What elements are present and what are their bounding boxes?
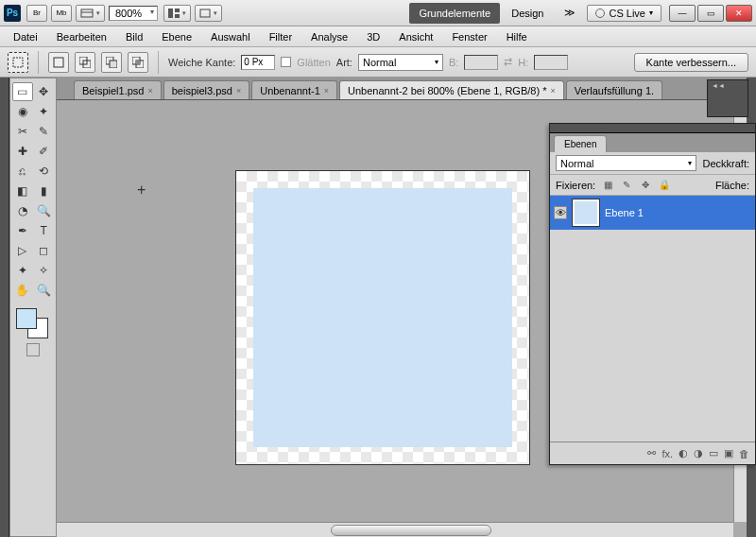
menu-filter[interactable]: Filter — [260, 28, 301, 45]
menu-bearbeiten[interactable]: Bearbeiten — [47, 28, 116, 45]
arrange-docs-dropdown[interactable] — [163, 5, 191, 22]
fill-label: Fläche: — [715, 180, 749, 191]
lock-transparency-icon[interactable]: ▦ — [601, 179, 614, 192]
selection-add-icon[interactable] — [75, 52, 95, 73]
height-input — [534, 55, 568, 70]
type-tool[interactable]: T — [34, 221, 55, 240]
3d-camera-tool[interactable]: ✧ — [34, 261, 55, 280]
layer-name[interactable]: Ebene 1 — [605, 207, 644, 218]
doc-tab-3[interactable]: Unbenannt-2 bei 800% (Ebene 1, RGB/8) *× — [339, 80, 564, 99]
close-icon[interactable]: × — [324, 86, 329, 95]
menu-3d[interactable]: 3D — [357, 28, 389, 45]
style-select[interactable]: Normal — [358, 54, 443, 71]
bridge-button[interactable]: Br — [26, 5, 47, 22]
blend-mode-value: Normal — [560, 158, 593, 169]
minibridge-button[interactable]: Mb — [51, 5, 72, 22]
lock-pixels-icon[interactable]: ✎ — [620, 179, 633, 192]
menu-ebene[interactable]: Ebene — [152, 28, 201, 45]
workspace-grundelemente[interactable]: Grundelemente — [409, 3, 500, 24]
svg-rect-7 — [54, 58, 63, 67]
collapsed-panel-group[interactable] — [707, 79, 748, 117]
zoom-tool[interactable]: 🔍 — [34, 281, 55, 300]
link-layers-icon[interactable]: ⚯ — [647, 447, 656, 459]
panel-drag-bar[interactable] — [550, 124, 755, 133]
menu-datei[interactable]: Datei — [4, 28, 47, 45]
quickmask-toggle[interactable] — [26, 343, 40, 356]
wand-tool[interactable]: ✦ — [34, 102, 55, 121]
gradient-tool[interactable]: ▮ — [34, 182, 55, 200]
menu-fenster[interactable]: Fenster — [442, 28, 496, 45]
layer-fx-icon[interactable]: fx. — [662, 448, 673, 459]
layer-thumbnail[interactable] — [573, 199, 599, 226]
screen-mode-dropdown[interactable] — [195, 5, 222, 22]
3d-tool[interactable]: ✦ — [12, 261, 33, 280]
svg-rect-0 — [81, 9, 93, 17]
close-icon[interactable]: × — [550, 86, 555, 95]
delete-layer-icon[interactable]: 🗑 — [739, 448, 749, 459]
menu-analyse[interactable]: Analyse — [301, 28, 357, 45]
scrollbar-thumb[interactable] — [331, 525, 491, 536]
workspace-more[interactable]: ≫ — [555, 3, 585, 24]
heal-tool[interactable]: ✚ — [12, 142, 33, 161]
marquee-tool[interactable]: ▭ — [12, 82, 33, 101]
dodge-tool[interactable]: 🔍 — [34, 201, 55, 220]
visibility-toggle-icon[interactable]: 👁 — [554, 206, 567, 219]
minimize-button[interactable]: — — [669, 5, 696, 22]
adjustment-layer-icon[interactable]: ◑ — [694, 447, 703, 459]
zoom-select[interactable]: 800% — [109, 6, 158, 21]
cs-live-button[interactable]: CS Live▾ — [587, 5, 662, 22]
photoshop-icon: Ps — [4, 5, 21, 22]
path-select-tool[interactable]: ▷ — [12, 241, 33, 260]
close-icon[interactable]: × — [147, 86, 152, 95]
height-label: H: — [518, 57, 528, 68]
current-tool-icon[interactable] — [8, 52, 28, 73]
new-layer-icon[interactable]: ▣ — [724, 447, 733, 459]
svg-rect-3 — [175, 9, 180, 12]
menu-auswahl[interactable]: Auswahl — [201, 28, 260, 45]
layers-tab[interactable]: Ebenen — [554, 135, 607, 152]
hand-tool[interactable]: ✋ — [12, 281, 33, 300]
layer-group-icon[interactable]: ▭ — [709, 447, 718, 459]
svg-rect-5 — [200, 9, 210, 17]
blur-tool[interactable]: ◔ — [12, 201, 33, 220]
shape-tool[interactable]: ◻ — [34, 241, 55, 260]
menu-ansicht[interactable]: Ansicht — [389, 28, 442, 45]
menu-bar: Datei Bearbeiten Bild Ebene Auswahl Filt… — [0, 26, 756, 47]
doc-tab-2[interactable]: Unbenannt-1× — [251, 80, 337, 99]
layer-row[interactable]: 👁 Ebene 1 — [550, 196, 755, 230]
maximize-button[interactable]: ▭ — [697, 5, 724, 22]
doc-tab-0[interactable]: Beispiel1.psd× — [74, 80, 162, 99]
menu-hilfe[interactable]: Hilfe — [497, 28, 537, 45]
lock-position-icon[interactable]: ✥ — [639, 179, 652, 192]
refine-edge-button[interactable]: Kante verbessern... — [634, 53, 748, 72]
foreground-color[interactable] — [16, 308, 37, 329]
lock-all-icon[interactable]: 🔒 — [658, 179, 671, 192]
pen-tool[interactable]: ✒ — [12, 221, 33, 240]
canvas[interactable] — [236, 171, 529, 464]
close-icon[interactable]: × — [236, 86, 241, 95]
doc-tab-4[interactable]: Verlaufsfüllung 1. — [566, 80, 662, 99]
left-dock-bar[interactable] — [0, 78, 9, 537]
feather-input[interactable] — [241, 55, 275, 70]
eraser-tool[interactable]: ◧ — [12, 182, 33, 200]
stamp-tool[interactable]: ⎌ — [12, 162, 33, 181]
view-extras-dropdown[interactable] — [76, 5, 105, 22]
selection-new-icon[interactable] — [48, 52, 69, 73]
eyedropper-tool[interactable]: ✎ — [34, 122, 55, 141]
crop-tool[interactable]: ✂ — [12, 122, 33, 141]
lasso-tool[interactable]: ◉ — [12, 102, 33, 121]
horizontal-scrollbar[interactable] — [57, 522, 733, 537]
blend-mode-select[interactable]: Normal — [556, 155, 696, 171]
move-tool[interactable]: ✥ — [34, 82, 54, 101]
layer-mask-icon[interactable]: ◐ — [679, 447, 688, 459]
feather-label: Weiche Kante: — [168, 57, 235, 68]
selection-subtract-icon[interactable] — [101, 52, 122, 73]
workspace-design[interactable]: Design — [502, 3, 553, 24]
width-label: B: — [449, 57, 458, 68]
history-brush-tool[interactable]: ⟲ — [34, 162, 55, 181]
brush-tool[interactable]: ✐ — [34, 142, 55, 161]
doc-tab-1[interactable]: beispiel3.psd× — [163, 80, 249, 99]
menu-bild[interactable]: Bild — [116, 28, 152, 45]
selection-intersect-icon[interactable] — [128, 52, 148, 73]
close-button[interactable]: ✕ — [726, 5, 752, 22]
